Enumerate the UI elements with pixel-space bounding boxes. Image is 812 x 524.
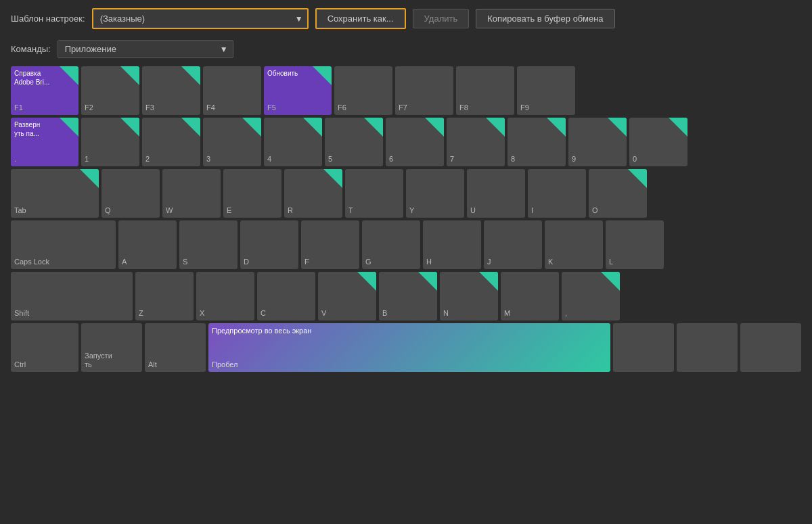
key-tilde[interactable]: Развернуть па... .: [11, 118, 78, 166]
key-tab[interactable]: Tab: [11, 169, 99, 218]
key-b[interactable]: B: [379, 272, 437, 320]
key-f8[interactable]: F8: [456, 66, 514, 115]
key-z[interactable]: Z: [135, 272, 194, 320]
key-w[interactable]: W: [162, 169, 221, 218]
key-4[interactable]: 4: [264, 118, 322, 166]
tab-row: Tab Q W E R T Y U I O: [11, 169, 801, 218]
save-button[interactable]: Сохранить как...: [315, 8, 406, 29]
key-spacebar[interactable]: Предпросмотр во весь экран Пробел: [208, 323, 610, 372]
key-f3[interactable]: F3: [142, 66, 200, 115]
key-comma[interactable]: ,: [562, 272, 620, 320]
key-f5[interactable]: Обновить F5: [264, 66, 332, 115]
commands-select-wrapper: Приложение ▼: [58, 40, 233, 58]
key-x[interactable]: X: [196, 272, 254, 320]
key-7[interactable]: 7: [447, 118, 505, 166]
key-u[interactable]: U: [467, 169, 525, 218]
key-altgr[interactable]: [613, 323, 674, 372]
key-v[interactable]: V: [318, 272, 376, 320]
key-1[interactable]: 1: [81, 118, 139, 166]
key-0[interactable]: 0: [629, 118, 687, 166]
key-win[interactable]: Запусти ть: [81, 323, 142, 372]
template-select-wrapper: (Заказные) ▼: [92, 8, 309, 29]
commands-label: Команды:: [11, 44, 51, 54]
key-j[interactable]: J: [484, 220, 542, 269]
key-f2[interactable]: F2: [81, 66, 139, 115]
key-alt[interactable]: Alt: [145, 323, 206, 372]
shift-row: Shift Z X C V B N M ,: [11, 272, 801, 320]
top-bar: Шаблон настроек: (Заказные) ▼ Сохранить …: [0, 0, 812, 37]
key-f9[interactable]: F9: [517, 66, 575, 115]
commands-bar: Команды: Приложение ▼: [0, 37, 812, 66]
key-i[interactable]: I: [528, 169, 586, 218]
key-a[interactable]: A: [118, 220, 177, 269]
key-2[interactable]: 2: [142, 118, 200, 166]
key-f7[interactable]: F7: [395, 66, 453, 115]
key-t[interactable]: T: [345, 169, 403, 218]
key-caps-lock[interactable]: Caps Lock: [11, 220, 116, 269]
key-6[interactable]: 6: [386, 118, 444, 166]
key-d[interactable]: D: [240, 220, 298, 269]
key-l[interactable]: L: [606, 220, 664, 269]
key-s[interactable]: S: [179, 220, 238, 269]
num-row: Развернуть па... . 1 2 3 4 5 6 7 8 9: [11, 118, 801, 166]
template-label: Шаблон настроек:: [11, 14, 85, 24]
key-m[interactable]: M: [501, 272, 559, 320]
delete-button[interactable]: Удалить: [413, 9, 470, 28]
key-n[interactable]: N: [440, 272, 498, 320]
commands-select[interactable]: Приложение: [58, 40, 233, 58]
key-shift[interactable]: Shift: [11, 272, 133, 320]
key-y[interactable]: Y: [406, 169, 464, 218]
caps-row: Caps Lock A S D F G H J K L: [11, 220, 801, 269]
key-f1[interactable]: СправкаAdobe Bri... F1: [11, 66, 78, 115]
fkey-row: СправкаAdobe Bri... F1 F2 F3 F4 Обновить…: [11, 66, 801, 115]
template-select[interactable]: (Заказные): [92, 8, 309, 29]
key-3[interactable]: 3: [203, 118, 261, 166]
key-menu[interactable]: [677, 323, 738, 372]
key-rctrl[interactable]: [740, 323, 801, 372]
keyboard: СправкаAdobe Bri... F1 F2 F3 F4 Обновить…: [0, 66, 812, 372]
key-9[interactable]: 9: [568, 118, 627, 166]
key-f4[interactable]: F4: [203, 66, 261, 115]
bottom-row: Ctrl Запусти ть Alt Предпросмотр во весь…: [11, 323, 801, 372]
key-8[interactable]: 8: [508, 118, 566, 166]
key-e[interactable]: E: [223, 169, 281, 218]
copy-clipboard-button[interactable]: Копировать в буфер обмена: [476, 9, 614, 28]
key-r[interactable]: R: [284, 169, 342, 218]
key-f[interactable]: F: [301, 220, 359, 269]
key-q[interactable]: Q: [102, 169, 160, 218]
key-k[interactable]: K: [545, 220, 603, 269]
key-5[interactable]: 5: [325, 118, 383, 166]
key-o[interactable]: O: [589, 169, 647, 218]
key-h[interactable]: H: [423, 220, 481, 269]
key-g[interactable]: G: [362, 220, 420, 269]
key-f6[interactable]: F6: [334, 66, 392, 115]
key-ctrl[interactable]: Ctrl: [11, 323, 78, 372]
key-c[interactable]: C: [257, 272, 315, 320]
